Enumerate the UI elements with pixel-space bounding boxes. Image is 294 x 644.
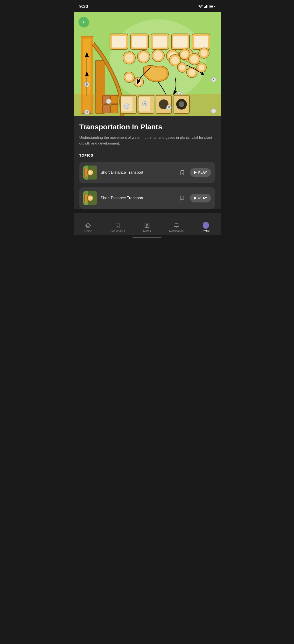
bookmark-button-1[interactable] [178, 168, 186, 177]
svg-point-72 [178, 101, 184, 107]
notes-icon [144, 222, 150, 228]
svg-point-102 [205, 224, 207, 226]
svg-text:H: H [126, 105, 128, 108]
svg-rect-62 [110, 95, 118, 104]
signal-icon [204, 5, 208, 8]
svg-rect-2 [206, 5, 207, 8]
nav-label-home: Home [84, 230, 92, 233]
status-time: 9:30 [80, 4, 88, 9]
topic-name-2: Short Distance Transport [101, 196, 175, 200]
topic-thumbnail-1 [83, 166, 97, 180]
svg-point-94 [89, 197, 92, 200]
nav-item-bookmarks[interactable]: Bookmarks [110, 222, 125, 233]
topic-card: Short Distance Transport PLAY [80, 162, 215, 184]
play-button-1[interactable]: PLAY [190, 168, 211, 177]
nav-item-home[interactable]: Home [81, 222, 95, 233]
nav-label-notification: Notification [169, 230, 184, 233]
svg-rect-96 [85, 194, 87, 203]
nav-item-notification[interactable]: Notification [169, 222, 184, 233]
topics-label: TOPICS [80, 154, 215, 157]
home-icon [85, 222, 91, 228]
notification-icon [173, 222, 180, 228]
svg-text:H: H [213, 78, 214, 81]
topic-name-1: Short Distance Transport [101, 170, 175, 175]
svg-point-88 [89, 171, 92, 174]
play-icon-1 [194, 171, 197, 174]
profile-icon [203, 222, 209, 228]
topic-thumbnail-2 [83, 191, 97, 205]
svg-rect-63 [110, 104, 118, 113]
plant-illustration: H H H H H [74, 12, 220, 116]
svg-rect-19 [173, 36, 188, 48]
svg-rect-18 [153, 36, 167, 48]
profile-avatar [203, 222, 209, 229]
nav-item-notes[interactable]: Notes [140, 222, 154, 233]
status-bar: 9:30 [74, 0, 220, 12]
spacer [74, 213, 220, 218]
svg-point-32 [126, 74, 132, 80]
bottom-navigation: Home Bookmarks Notes [74, 218, 220, 235]
svg-point-40 [190, 55, 198, 63]
nav-label-notes: Notes [143, 230, 150, 233]
svg-rect-17 [132, 36, 146, 48]
svg-rect-5 [210, 6, 213, 8]
svg-text:H: H [213, 110, 214, 112]
svg-point-38 [181, 51, 188, 58]
status-icons [198, 5, 215, 8]
hero-image: H H H H H [74, 12, 220, 116]
nav-label-profile: Profile [202, 230, 210, 233]
svg-point-24 [139, 52, 148, 61]
svg-text:H: H [86, 111, 88, 114]
svg-point-101 [176, 224, 177, 224]
svg-point-46 [188, 69, 195, 76]
bookmarks-icon [114, 222, 121, 228]
svg-rect-0 [204, 7, 205, 8]
play-label-2: PLAY [198, 196, 207, 200]
nav-item-profile[interactable]: Profile [199, 222, 213, 233]
wifi-icon [198, 5, 203, 8]
svg-point-22 [125, 54, 134, 62]
svg-point-44 [179, 65, 185, 70]
nav-label-bookmarks: Bookmarks [110, 230, 125, 233]
svg-rect-20 [194, 36, 208, 48]
svg-point-48 [199, 65, 204, 70]
svg-point-34 [136, 79, 142, 85]
svg-point-42 [200, 50, 207, 56]
svg-rect-61 [102, 104, 110, 113]
svg-rect-3 [207, 5, 208, 8]
content-section: Transportation In Plants Understanding t… [74, 116, 220, 209]
home-indicator [132, 237, 162, 238]
svg-point-26 [154, 51, 162, 60]
svg-text:H: H [108, 100, 109, 103]
play-icon-2 [194, 196, 197, 200]
svg-rect-1 [205, 6, 206, 8]
back-button[interactable] [78, 17, 89, 28]
svg-rect-90 [85, 168, 87, 177]
svg-point-36 [171, 56, 179, 64]
play-button-2[interactable]: PLAY [190, 194, 211, 202]
battery-icon [210, 5, 215, 8]
svg-text:H: H [168, 106, 170, 109]
bookmark-button-2[interactable] [178, 194, 186, 202]
topic-card-2: Short Distance Transport PLAY [80, 187, 215, 209]
page-title: Transportation In Plants [80, 122, 215, 131]
content-description: Understanding the movement of water, nut… [80, 135, 215, 146]
play-label-1: PLAY [198, 170, 207, 174]
svg-text:H: H [144, 102, 146, 105]
svg-rect-16 [112, 36, 126, 48]
